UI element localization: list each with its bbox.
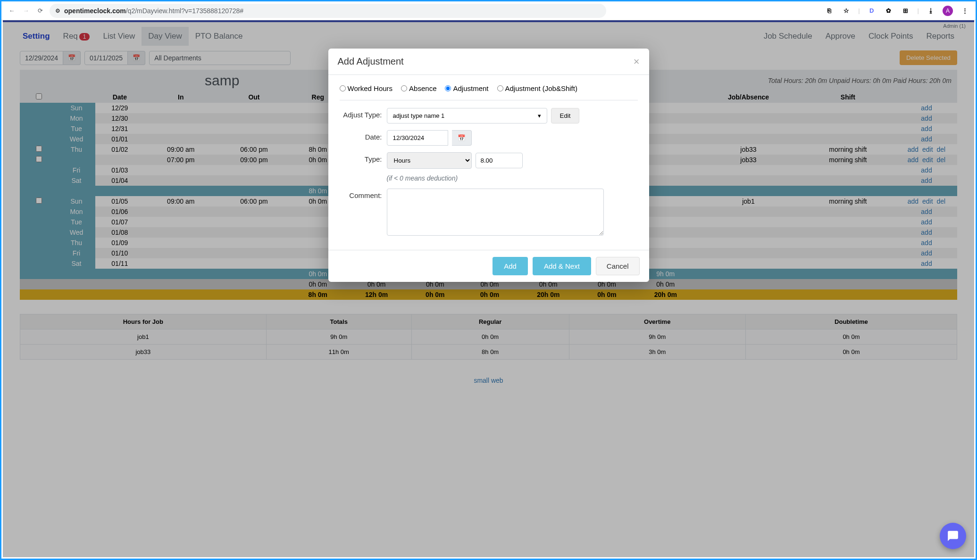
add-link[interactable]: add: [920, 104, 933, 112]
col-totals: Totals: [266, 314, 411, 329]
nav-setting[interactable]: Setting: [16, 27, 57, 46]
add-link[interactable]: add: [920, 249, 933, 257]
col-out: Out: [217, 91, 291, 103]
calendar-icon[interactable]: 📅: [452, 130, 472, 146]
edit-adjust-type-button[interactable]: Edit: [551, 108, 580, 124]
date-label: Date:: [340, 130, 387, 141]
date-to-input[interactable]: 01/11/2025: [84, 51, 128, 65]
type-label: Type:: [340, 152, 387, 163]
col-in: In: [144, 91, 217, 103]
job-row: job1 9h 0m 0h 0m 9h 0m 0h 0m: [20, 329, 957, 345]
add-link[interactable]: add: [920, 229, 933, 236]
profile-avatar[interactable]: A: [943, 6, 953, 16]
add-link[interactable]: add: [920, 260, 933, 267]
forward-button[interactable]: →: [21, 6, 31, 16]
nav-req[interactable]: Req1: [57, 27, 97, 46]
col-hours-for-job: Hours for Job: [20, 314, 267, 329]
nav-pto-balance[interactable]: PTO Balance: [189, 27, 250, 46]
adjust-type-label: Adjust Type:: [340, 108, 387, 119]
add-link[interactable]: add: [907, 156, 919, 164]
date-from-calendar-icon[interactable]: 📅: [63, 51, 81, 65]
downloads-icon[interactable]: ⭳: [926, 6, 936, 16]
nav-clock-points[interactable]: Clock Points: [862, 27, 919, 46]
date-input[interactable]: [387, 130, 448, 146]
edit-link[interactable]: edit: [921, 156, 934, 164]
extension-flower-icon[interactable]: ✿: [884, 6, 894, 16]
url-text: opentimeclock.com/q2/mDayview.html?v=173…: [64, 7, 243, 15]
row-checkbox[interactable]: [36, 198, 42, 204]
edit-link[interactable]: edit: [921, 146, 934, 153]
chat-widget-icon[interactable]: [940, 523, 966, 549]
del-link[interactable]: del: [936, 146, 947, 153]
col-job: Job/Absence: [697, 91, 800, 103]
bookmark-icon[interactable]: ☆: [841, 6, 852, 16]
cancel-button[interactable]: Cancel: [596, 257, 640, 275]
add-link[interactable]: add: [920, 239, 933, 247]
grand-total-row: 8h 0m 12h 0m 0h 0m 0h 0m 20h 0m 0h 0m 20…: [20, 289, 957, 300]
comment-label: Comment:: [340, 189, 387, 199]
date-from-input[interactable]: 12/29/2024: [20, 51, 63, 65]
install-icon[interactable]: ⎘: [824, 6, 835, 16]
admin-label: Admin (1): [943, 23, 966, 29]
radio-adjustment[interactable]: Adjustment: [445, 84, 488, 92]
date-to-calendar-icon[interactable]: 📅: [128, 51, 145, 65]
add-link[interactable]: add: [920, 208, 933, 215]
del-link[interactable]: del: [936, 156, 947, 164]
nav-day-view[interactable]: Day View: [142, 27, 189, 46]
comment-textarea[interactable]: [387, 189, 604, 236]
address-bar[interactable]: ⚙ opentimeclock.com/q2/mDayview.html?v=1…: [50, 4, 606, 18]
add-link[interactable]: add: [920, 135, 933, 143]
row-checkbox[interactable]: [36, 146, 42, 152]
summary-totals: Total Hours: 20h 0m Unpaid Hours: 0h 0m …: [768, 77, 952, 84]
add-link[interactable]: add: [920, 115, 933, 122]
type-select[interactable]: Hours: [387, 152, 472, 169]
nav-list-view[interactable]: List View: [96, 27, 142, 46]
req-badge: 1: [79, 33, 90, 41]
site-settings-icon[interactable]: ⚙: [55, 8, 60, 14]
small-web-link[interactable]: small web: [20, 377, 957, 384]
hours-input[interactable]: [476, 153, 523, 168]
col-overtime: Overtime: [569, 314, 745, 329]
add-next-button[interactable]: Add & Next: [533, 257, 591, 275]
add-link[interactable]: add: [920, 177, 933, 184]
main-nav: Setting Req1 List View Day View PTO Bala…: [3, 22, 974, 46]
add-adjustment-modal: Add Adjustment × Worked Hours Absence Ad…: [328, 49, 649, 282]
menu-icon[interactable]: ⋮: [960, 6, 970, 16]
select-all-checkbox[interactable]: [36, 93, 42, 99]
nav-approve[interactable]: Approve: [819, 27, 862, 46]
job-row: job33 11h 0m 8h 0m 3h 0m 0h 0m: [20, 345, 957, 360]
adjust-type-select[interactable]: adjust type name 1 ▾: [387, 108, 547, 124]
col-date: Date: [95, 91, 144, 103]
add-link[interactable]: add: [920, 218, 933, 226]
modal-title: Add Adjustment: [338, 56, 404, 67]
delete-selected-button[interactable]: Delete Selected: [900, 50, 957, 65]
col-doubletime: Doubletime: [745, 314, 957, 329]
caret-down-icon: ▾: [538, 112, 541, 119]
add-link[interactable]: add: [920, 125, 933, 132]
job-summary-table: Hours for Job Totals Regular Overtime Do…: [20, 314, 957, 360]
radio-absence[interactable]: Absence: [401, 84, 436, 92]
add-button[interactable]: Add: [493, 257, 528, 275]
back-button[interactable]: ←: [7, 6, 17, 16]
entry-type-radios: Worked Hours Absence Adjustment Adjustme…: [340, 82, 638, 100]
col-shift: Shift: [800, 91, 896, 103]
department-select[interactable]: All Departments: [149, 51, 291, 65]
radio-worked-hours[interactable]: Worked Hours: [340, 84, 393, 92]
add-link[interactable]: add: [920, 166, 933, 174]
add-link[interactable]: add: [907, 198, 919, 205]
extensions-icon[interactable]: ⊞: [901, 6, 911, 16]
close-icon[interactable]: ×: [634, 57, 640, 67]
del-link[interactable]: del: [936, 198, 947, 205]
col-regular: Regular: [411, 314, 569, 329]
nav-job-schedule[interactable]: Job Schedule: [757, 27, 819, 46]
browser-toolbar: ← → ⟳ ⚙ opentimeclock.com/q2/mDayview.ht…: [1, 1, 976, 20]
edit-link[interactable]: edit: [921, 198, 934, 205]
row-checkbox[interactable]: [36, 156, 42, 162]
deduction-hint: (if < 0 means deduction): [387, 174, 638, 182]
radio-adjustment-job-shift[interactable]: Adjustment (Job&Shift): [497, 84, 577, 92]
nav-reports[interactable]: Reports: [919, 27, 961, 46]
add-link[interactable]: add: [907, 146, 919, 153]
reload-button[interactable]: ⟳: [35, 6, 45, 16]
employee-name: samp: [205, 73, 239, 89]
extension-d-icon[interactable]: D: [867, 6, 877, 16]
